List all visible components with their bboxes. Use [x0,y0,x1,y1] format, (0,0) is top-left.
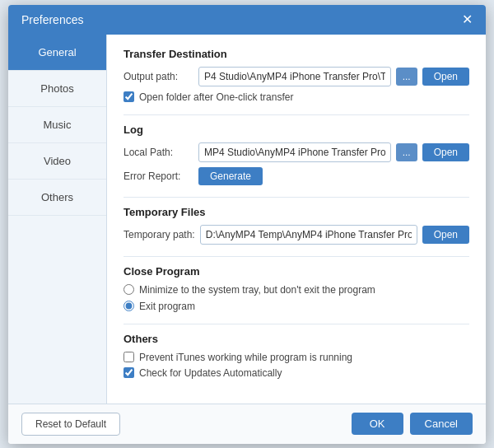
output-path-label: Output path: [124,71,193,82]
check-updates-label: Check for Updates Automatically [139,367,282,379]
open-folder-checkbox-row: Open folder after One-click transfer [124,91,469,103]
open-folder-checkbox[interactable] [124,91,134,102]
sidebar-item-photos[interactable]: Photos [8,71,106,107]
reset-to-default-button[interactable]: Reset to Default [21,413,120,436]
prevent-itunes-checkbox[interactable] [124,352,134,362]
ok-button[interactable]: OK [352,413,403,435]
content-panel: Transfer Destination Output path: ... Op… [107,35,486,404]
title-bar: Preferences ✕ [8,5,486,35]
local-path-row: Local Path: ... Open [124,142,469,162]
temp-path-input[interactable] [200,225,417,245]
divider-4 [124,324,469,324]
others-section: Others Prevent iTunes working while prog… [124,333,469,379]
minimize-tray-label: Minimize to the system tray, but don't e… [139,284,375,296]
output-browse-button[interactable]: ... [396,68,417,86]
generate-button[interactable]: Generate [198,167,263,185]
sidebar-item-general[interactable]: General [8,35,106,71]
error-report-row: Error Report: Generate [124,167,469,185]
local-path-input[interactable] [198,142,391,162]
local-path-label: Local Path: [124,147,193,158]
sidebar-item-music[interactable]: Music [8,107,106,143]
output-open-button[interactable]: Open [422,68,469,86]
temp-files-title: Temporary Files [124,206,469,218]
transfer-destination-title: Transfer Destination [124,48,469,60]
prevent-itunes-row: Prevent iTunes working while program is … [124,352,469,363]
close-button[interactable]: ✕ [462,13,473,26]
sidebar-item-video[interactable]: Video [8,143,106,180]
close-program-title: Close Program [124,265,469,278]
output-path-row: Output path: ... Open [124,67,469,86]
cancel-button[interactable]: Cancel [410,413,473,435]
others-title: Others [124,333,469,345]
log-title: Log [124,124,469,136]
output-path-input[interactable] [198,67,391,86]
temp-path-row: Temporary path: Open [124,225,469,245]
dialog-body: General Photos Music Video Others Transf… [8,35,486,404]
check-updates-row: Check for Updates Automatically [124,367,469,379]
log-browse-button[interactable]: ... [396,143,417,161]
prevent-itunes-label: Prevent iTunes working while program is … [139,352,352,363]
sidebar-item-others[interactable]: Others [8,180,106,216]
divider-1 [124,114,469,115]
footer-right-buttons: OK Cancel [352,413,473,435]
exit-radio-row: Exit program [124,301,469,312]
dialog-title: Preferences [21,13,83,26]
log-open-button[interactable]: Open [422,143,469,161]
divider-3 [124,256,469,257]
error-report-label: Error Report: [124,170,193,182]
check-updates-checkbox[interactable] [124,367,134,378]
temp-path-label: Temporary path: [124,229,195,240]
footer: Reset to Default OK Cancel [8,404,486,444]
exit-program-radio[interactable] [124,301,134,311]
open-folder-label: Open folder after One-click transfer [139,91,293,103]
temp-open-button[interactable]: Open [422,226,469,244]
preferences-dialog: Preferences ✕ General Photos Music Video… [8,5,486,444]
minimize-radio-row: Minimize to the system tray, but don't e… [124,284,469,296]
divider-2 [124,197,469,198]
temp-files-section: Temporary Files Temporary path: Open [124,206,469,245]
transfer-destination-section: Transfer Destination Output path: ... Op… [124,48,469,103]
minimize-tray-radio[interactable] [124,284,134,295]
sidebar: General Photos Music Video Others [8,35,107,404]
close-program-section: Close Program Minimize to the system tra… [124,265,469,312]
log-section: Log Local Path: ... Open Error Report: G… [124,124,469,185]
exit-program-label: Exit program [139,301,195,312]
